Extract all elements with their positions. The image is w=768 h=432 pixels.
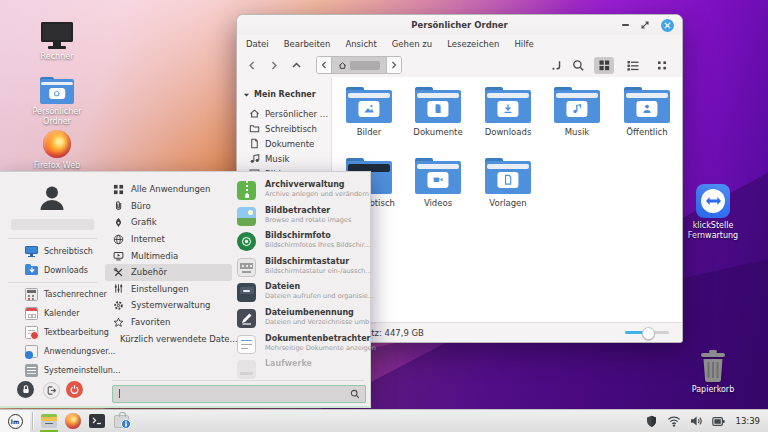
desktop-icon-remote-support[interactable]: klickStelle Fernwartung — [674, 182, 752, 240]
pen-icon — [113, 217, 124, 228]
app-file-renamer[interactable]: Dateiumbenennung Dateien und Verzeichnis… — [232, 307, 368, 333]
multimedia-icon — [113, 250, 124, 261]
lock-screen-button[interactable] — [17, 381, 34, 398]
category-accessories[interactable]: Zubehör — [105, 264, 232, 281]
taskbar-app-software-manager[interactable] — [109, 410, 133, 432]
close-button[interactable] — [661, 19, 674, 32]
zoom-slider[interactable] — [625, 331, 669, 334]
power-button[interactable] — [66, 381, 83, 398]
category-recent-files[interactable]: Kürzlich verwendete Date... — [105, 330, 232, 347]
folder-musik[interactable]: Musik — [545, 87, 609, 137]
desktop-icon-computer[interactable]: Rechner — [18, 13, 96, 62]
document-icon — [249, 138, 260, 149]
zoom-slider-knob[interactable] — [642, 327, 655, 340]
window-menubar: Datei Bearbeiten Ansicht Gehen zu Leseze… — [237, 35, 682, 53]
menu-shortcut-system-settings[interactable]: Systemeinstellun... — [25, 362, 121, 378]
firefox-icon — [65, 413, 81, 429]
image-viewer-icon — [237, 207, 256, 226]
menu-shortcut-app-manager[interactable]: Anwendungsver... — [25, 343, 115, 359]
category-multimedia[interactable]: Multimedia — [105, 247, 232, 264]
category-graphics[interactable]: Grafik — [105, 214, 232, 231]
icon-view-button[interactable] — [594, 57, 614, 74]
folder-icon — [485, 87, 531, 123]
window-titlebar[interactable]: Persönlicher Ordner — [237, 15, 682, 36]
user-avatar[interactable] — [36, 182, 68, 218]
path-scroll-right-button[interactable] — [387, 57, 401, 73]
folder-oeffentlich[interactable]: Öffentlich — [615, 87, 679, 137]
sidebar-item-documents[interactable]: Dokumente — [249, 137, 314, 150]
menu-ansicht[interactable]: Ansicht — [345, 39, 376, 49]
menu-place-downloads[interactable]: Downloads — [25, 262, 88, 278]
sidebar-item-home[interactable]: Persönlicher … — [249, 107, 328, 120]
category-settings[interactable]: Einstellungen — [105, 281, 232, 298]
menu-shortcut-calendar[interactable]: Kalender — [25, 305, 80, 321]
forward-button[interactable] — [269, 60, 279, 71]
app-screenshot[interactable]: Bildschirmfoto Bildschirmfotos Ihres Bil… — [232, 230, 368, 256]
folder-dokumente[interactable]: Dokumente — [406, 87, 470, 137]
desktop-icon-trash[interactable]: Papierkorb — [674, 346, 752, 395]
video-emblem-icon — [430, 174, 445, 185]
folder-icon — [624, 87, 670, 123]
clock[interactable]: 13:39 — [736, 416, 761, 426]
music-icon — [249, 153, 260, 164]
menu-hilfe[interactable]: Hilfe — [514, 39, 533, 49]
menu-search-input[interactable] — [113, 386, 365, 402]
app-archive-manager[interactable]: Archivverwaltung Archive anlegen und ver… — [232, 179, 368, 205]
menu-place-desktop[interactable]: Schreibtisch — [25, 243, 93, 259]
taskbar-app-terminal[interactable] — [85, 410, 109, 432]
path-breadcrumb-home[interactable] — [331, 57, 387, 73]
app-document-viewer[interactable]: Dokumentenbetrachter Mehrseitige Dokumen… — [232, 333, 368, 359]
app-files[interactable]: Dateien Dateien aufrufen und organisie..… — [232, 281, 368, 307]
wifi-icon[interactable] — [667, 415, 681, 427]
folder-icon — [554, 87, 600, 123]
up-button[interactable] — [291, 60, 302, 71]
taskbar-app-files[interactable] — [37, 410, 61, 432]
home-icon — [249, 108, 260, 119]
logout-button[interactable] — [43, 382, 60, 399]
sidebar-section-my-computer[interactable]: Mein Rechner — [243, 90, 316, 99]
list-view-button[interactable] — [623, 57, 643, 74]
minimize-button[interactable] — [622, 24, 629, 26]
list-view-icon — [627, 60, 639, 71]
category-internet[interactable]: Internet — [105, 231, 232, 248]
taskbar-app-firefox[interactable] — [61, 410, 85, 432]
category-administration[interactable]: Systemverwaltung — [105, 297, 232, 314]
sidebar-item-desktop[interactable]: Schreibtisch — [249, 122, 317, 135]
folder-bilder[interactable]: Bilder — [337, 87, 401, 137]
desktop-icon-home-folder[interactable]: Persönlicher Ordner — [18, 68, 96, 126]
menu-categories: Alle Anwendungen Büro Grafik Internet Mu… — [105, 181, 232, 347]
location-entry-toggle-icon[interactable] — [550, 59, 563, 72]
file-manager-icon — [237, 283, 256, 302]
category-favorites[interactable]: Favoriten — [105, 314, 232, 331]
folder-downloads[interactable]: Downloads — [476, 87, 540, 137]
menu-search-box — [112, 385, 366, 403]
app-onscreen-keyboard[interactable]: Bildschirmtastatur Bildschirmtastatur ei… — [232, 256, 368, 282]
sidebar-item-music[interactable]: Musik — [249, 152, 289, 165]
close-icon — [664, 22, 671, 29]
back-button[interactable] — [247, 60, 257, 71]
compact-view-button[interactable] — [652, 57, 672, 74]
menu-gehen-zu[interactable]: Gehen zu — [392, 39, 432, 49]
folder-videos[interactable]: Videos — [406, 158, 470, 208]
menu-shortcut-calculator[interactable]: Taschenrechner — [25, 286, 107, 302]
category-office[interactable]: Büro — [105, 198, 232, 215]
firewall-shield-icon[interactable] — [645, 415, 658, 428]
folder-vorlagen[interactable]: Vorlagen — [476, 158, 540, 208]
path-scroll-left-button[interactable] — [317, 57, 331, 73]
menu-lesezeichen[interactable]: Lesezeichen — [447, 39, 499, 49]
app-image-viewer[interactable]: Bildbetrachter Browse and rotate images — [232, 205, 368, 231]
screenshot-icon — [237, 232, 256, 251]
logout-icon — [46, 385, 57, 396]
menu-datei[interactable]: Datei — [246, 39, 269, 49]
menu-shortcut-text-editor[interactable]: Textbearbeitung — [25, 324, 109, 340]
search-icon[interactable] — [572, 59, 585, 72]
info-badge-icon — [121, 419, 131, 429]
menu-bearbeiten[interactable]: Bearbeiten — [284, 39, 331, 49]
keyboard-icon — [237, 258, 256, 277]
battery-icon[interactable] — [712, 416, 725, 427]
folder-icon — [415, 158, 461, 194]
maximize-button[interactable] — [640, 20, 650, 30]
category-all-applications[interactable]: Alle Anwendungen — [105, 181, 232, 198]
menu-button[interactable]: lm — [0, 410, 30, 432]
volume-icon[interactable] — [690, 415, 703, 427]
